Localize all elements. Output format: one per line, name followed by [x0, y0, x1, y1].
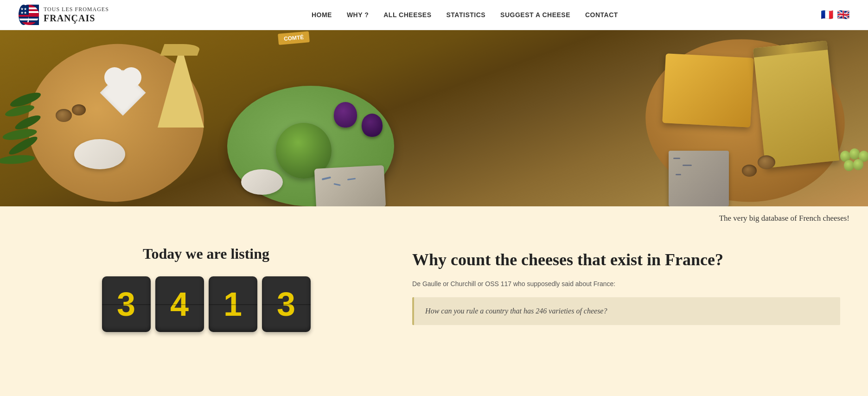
language-flags: 🇫🇷 🇬🇧 — [821, 9, 849, 21]
quote-text: How can you rule a country that has 246 … — [425, 306, 829, 317]
navbar: ★★ ★★ TOUS LES FROMAGES FRANÇAIS HOME WH… — [0, 0, 868, 30]
walnut-1 — [56, 109, 72, 122]
leaves-decoration — [0, 95, 83, 188]
walnut-right-1 — [758, 155, 775, 169]
small-round-cheese — [241, 169, 283, 195]
digit-4: 3 — [262, 276, 311, 332]
orange-cheese — [662, 53, 754, 128]
svg-text:★★: ★★ — [20, 11, 27, 15]
logo-title-top: TOUS LES FROMAGES — [44, 6, 109, 13]
gray-cheese-block — [669, 151, 729, 206]
round-white-cheese — [74, 139, 125, 169]
nav-statistics[interactable]: STATISTICS — [447, 11, 486, 19]
logo-text: TOUS LES FROMAGES FRANÇAIS — [44, 6, 109, 23]
listing-title: Today we are listing — [143, 245, 269, 262]
subtitle-text: The very big database of French cheeses! — [719, 214, 849, 223]
why-section: Why count the cheeses that exist in Fran… — [412, 245, 840, 332]
nav-suggest[interactable]: SUGGEST A CHEESE — [500, 11, 570, 19]
why-intro: De Gaulle or Churchill or OSS 117 who su… — [412, 279, 840, 289]
subtitle-bar: The very big database of French cheeses! — [0, 206, 868, 227]
walnut-right-2 — [742, 165, 757, 177]
logo-title-bottom: FRANÇAIS — [44, 13, 109, 23]
french-flag-icon[interactable]: 🇫🇷 — [821, 9, 833, 21]
nav-all-cheeses[interactable]: ALL CHEESES — [383, 11, 431, 19]
nav-menu: HOME WHY ? ALL CHEESES STATISTICS SUGGES… — [312, 11, 618, 19]
nav-home[interactable]: HOME — [312, 11, 332, 19]
english-flag-icon[interactable]: 🇬🇧 — [837, 9, 849, 21]
counter-row: 3 4 1 3 — [102, 276, 311, 332]
svg-rect-9 — [19, 19, 39, 20]
heart-cheese — [102, 67, 144, 109]
digit-1: 3 — [102, 276, 151, 332]
triangle-top — [160, 44, 201, 56]
svg-rect-8 — [19, 15, 39, 17]
triangle-cheese — [158, 44, 204, 128]
nav-contact[interactable]: CONTACT — [585, 11, 618, 19]
fig-2 — [362, 114, 383, 137]
walnut-2 — [72, 104, 86, 115]
quote-box: How can you rule a country that has 246 … — [412, 297, 840, 325]
logo-flag-icon: ★★ ★★ — [19, 5, 39, 25]
blue-cheese — [314, 165, 386, 206]
counter-section: Today we are listing 3 4 1 3 — [28, 245, 384, 332]
nav-why[interactable]: WHY ? — [347, 11, 369, 19]
logo[interactable]: ★★ ★★ TOUS LES FROMAGES FRANÇAIS — [19, 5, 109, 25]
main-content: Today we are listing 3 4 1 3 Why count t… — [0, 227, 868, 360]
wedge-cheese-right — [753, 40, 839, 168]
why-title: Why count the cheeses that exist in Fran… — [412, 250, 840, 270]
digit-2: 4 — [155, 276, 204, 332]
fig-1 — [334, 102, 357, 128]
digit-3: 1 — [209, 276, 257, 332]
hero-banner: COMTÉ — [0, 30, 868, 206]
